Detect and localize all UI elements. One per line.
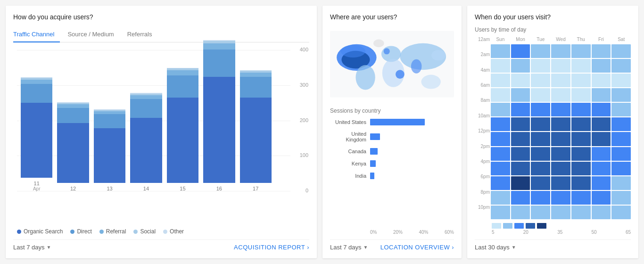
- bar-segment: [21, 103, 52, 178]
- country-bar: [370, 148, 378, 155]
- location-period-selector[interactable]: Last 7 days ▼: [330, 244, 368, 251]
- heatmap-cell: [551, 117, 570, 131]
- heatmap-cell: [511, 103, 530, 116]
- heatmap-hour-label: 4pm: [475, 159, 490, 164]
- bar-month-label: Apr: [33, 186, 41, 191]
- heatmap-day-label: Sun: [491, 37, 510, 42]
- heatmap-cell: [511, 147, 530, 161]
- bar-stack: [240, 70, 272, 183]
- bar-group[interactable]: 12: [57, 102, 89, 191]
- heatmap-cell: [511, 59, 530, 73]
- bar-day-label: 15: [180, 186, 185, 191]
- heatmap-cell: [592, 59, 611, 73]
- heatmap-cell: [551, 103, 570, 116]
- bar-group[interactable]: 14: [130, 93, 162, 191]
- heatmap-cell: [571, 176, 591, 190]
- heatmap-day-label: Mon: [511, 37, 530, 42]
- bar-segment: [130, 118, 162, 183]
- svg-point-3: [355, 65, 375, 90]
- bar-stack: [203, 40, 235, 183]
- heatmap-cell: [511, 162, 530, 175]
- legend-dot: [133, 230, 138, 234]
- heatmap-day-label: Sat: [611, 37, 631, 42]
- report-link-arrow: ›: [307, 244, 309, 251]
- time-period-label: Last 30 days: [475, 244, 510, 251]
- heatmap-cell: [491, 103, 510, 116]
- heatmap-cell: [611, 59, 631, 73]
- country-bar: [370, 160, 376, 167]
- heatmap-cell: [571, 132, 591, 146]
- heatmap-cell: [592, 132, 611, 146]
- heatmap-cell: [531, 74, 550, 87]
- heatmap-cell: [551, 44, 570, 58]
- heatmap-cell: [592, 147, 611, 161]
- bar-segment: [240, 73, 272, 77]
- heatmap-cell: [531, 59, 550, 73]
- svg-point-9: [384, 48, 390, 54]
- country-bars: United States United Kingdom Canada Keny…: [330, 119, 454, 228]
- dashboard: How do you acquire users? Traffic Channe…: [0, 0, 644, 264]
- bar-segment: [57, 108, 89, 124]
- heatmap-row: [491, 103, 631, 116]
- heatmap-hour-label: 2am: [475, 52, 490, 57]
- heatmap-cell: [511, 44, 530, 58]
- location-dropdown-arrow: ▼: [363, 245, 368, 250]
- bar-chart: 11Apr121314151617: [17, 50, 290, 191]
- heatmap-hour-label: 4am: [475, 67, 490, 73]
- heatmap-cell: [511, 206, 530, 219]
- legend-item: Other: [163, 228, 184, 235]
- location-report-link[interactable]: LOCATION OVERVIEW ›: [380, 244, 454, 251]
- legend-label: Social: [140, 228, 156, 235]
- y-label: 0: [305, 188, 308, 193]
- world-map: [330, 26, 454, 102]
- heatmap-day-label: Wed: [551, 37, 570, 42]
- tab-source-medium[interactable]: Source / Medium: [67, 27, 119, 42]
- bar-group[interactable]: 13: [94, 109, 125, 191]
- bar-segment: [203, 77, 235, 183]
- svg-point-11: [341, 45, 366, 58]
- heatmap-row: [491, 132, 631, 146]
- heatmap-row: [491, 162, 631, 175]
- y-label: 100: [300, 152, 308, 158]
- heatmap-cell: [551, 88, 570, 102]
- heatmap-cell: [611, 132, 631, 146]
- report-link[interactable]: ACQUISITION REPORT ›: [234, 244, 309, 251]
- legend-labels: 520355065: [475, 230, 631, 235]
- heatmap-row: [491, 176, 631, 190]
- acquisition-panel: How do you acquire users? Traffic Channe…: [6, 6, 317, 258]
- legend-value: 35: [557, 230, 562, 235]
- heatmap-cell: [611, 88, 631, 102]
- legend-cell-4: [526, 223, 535, 229]
- location-report-link-label: LOCATION OVERVIEW: [380, 244, 450, 251]
- time-section-label: Users by time of day: [475, 26, 631, 33]
- location-panel: Where are your users?: [322, 6, 462, 258]
- heatmap-hour-label: 8am: [475, 98, 490, 103]
- heatmap-day-label: Fri: [592, 37, 611, 42]
- legend-cell-5: [537, 223, 546, 229]
- heatmap-cell: [511, 176, 530, 190]
- legend-dot: [163, 230, 167, 234]
- bar-group[interactable]: 11Apr: [21, 77, 52, 191]
- bar-segment: [167, 98, 198, 183]
- legend-value: 50: [592, 230, 597, 235]
- country-bar-wrap: [370, 160, 454, 167]
- heatmap-cell: [611, 103, 631, 116]
- tab-referrals[interactable]: Referrals: [127, 27, 158, 42]
- svg-point-10: [421, 75, 440, 89]
- time-period-selector[interactable]: Last 30 days ▼: [475, 244, 516, 251]
- heatmap-cell: [531, 176, 550, 190]
- heatmap-col-labels: SunMonTueWedThuFriSat: [491, 37, 631, 42]
- bar-group[interactable]: 17: [240, 70, 272, 191]
- country-row: India: [330, 173, 454, 179]
- country-bar-wrap: [370, 173, 454, 179]
- heatmap-cell: [571, 162, 591, 175]
- legend-label: Referral: [106, 228, 126, 235]
- pct-axis-label: 0%: [370, 230, 377, 235]
- bar-group[interactable]: 16: [203, 40, 235, 191]
- time-footer: Last 30 days ▼: [475, 239, 631, 251]
- dropdown-arrow: ▼: [47, 245, 51, 250]
- period-selector[interactable]: Last 7 days ▼: [13, 244, 51, 251]
- bar-group[interactable]: 15: [167, 68, 198, 191]
- tab-traffic-channel[interactable]: Traffic Channel: [13, 27, 60, 42]
- bar-day-label: 14: [143, 186, 149, 191]
